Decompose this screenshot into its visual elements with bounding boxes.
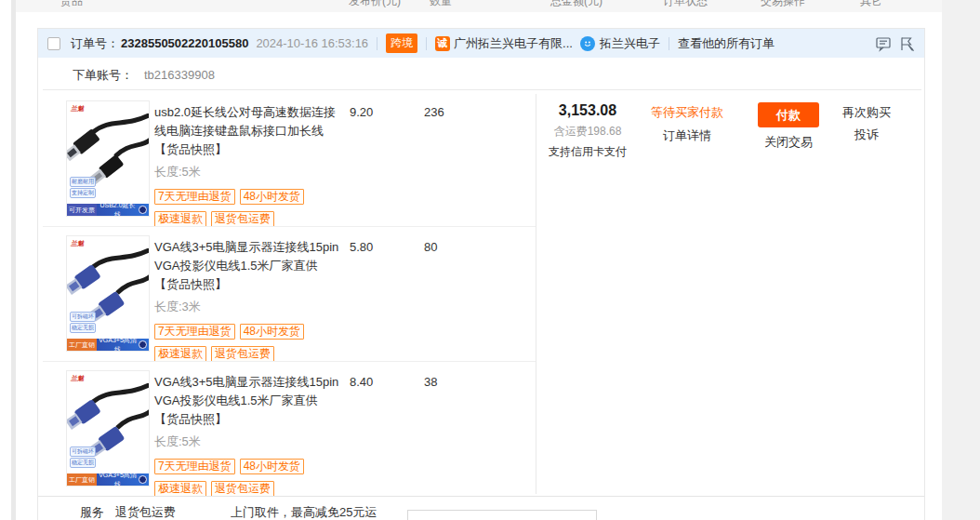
order-card: 订单号： 2328550502220105580 2024-10-16 16:5… bbox=[37, 28, 925, 520]
column-header-qty: 数量 bbox=[430, 0, 452, 9]
other-column: 再次购买 投诉 bbox=[839, 104, 894, 143]
product-title[interactable]: VGA线3+5电脑显示器连接线15pin VGA投影仪电线1.5米厂家直供 【货… bbox=[154, 238, 340, 294]
product-row: 兰魅 可拆磁环 稳定无损 bbox=[38, 370, 536, 500]
image-banner-badge-icon bbox=[139, 475, 147, 484]
product-image[interactable]: 兰魅 可拆磁环 稳定无损 bbox=[66, 370, 150, 487]
service-tag: 极速退款 bbox=[154, 481, 206, 497]
left-scrollbar-strip[interactable] bbox=[11, 0, 16, 520]
brand-logo: 兰魅 bbox=[71, 239, 84, 248]
divider bbox=[377, 37, 377, 50]
trade-actions-column: 付款 关闭交易 bbox=[755, 102, 822, 151]
divider bbox=[43, 361, 536, 362]
column-divider bbox=[536, 94, 536, 494]
order-number: 2328550502220105580 bbox=[121, 36, 248, 50]
image-banner-main: VGA3+5高清线 bbox=[97, 339, 139, 351]
product-title[interactable]: VGA线3+5电脑显示器连接线15pin VGA投影仪电线1.5米厂家直供 【货… bbox=[154, 373, 340, 429]
order-management-page: 货品 发布价(元) 数量 总金额(元) 订单状态 交易操作 其它 订单号： 23… bbox=[0, 0, 980, 520]
product-quantity: 38 bbox=[424, 375, 437, 389]
divider bbox=[43, 89, 921, 90]
column-header-price: 发布价(元) bbox=[349, 0, 401, 9]
image-side-label: 可拆磁环 bbox=[70, 447, 96, 457]
service-pickup: 上门取件，最高减免25元运 bbox=[231, 504, 377, 520]
order-status-column: 等待买家付款 订单详情 bbox=[647, 104, 727, 144]
service-tag: 退货包运费 bbox=[211, 481, 274, 497]
wangwang-icon[interactable] bbox=[580, 36, 595, 51]
buyer-account-value: tb216339908 bbox=[144, 68, 215, 82]
order-total-column: 3,153.08 含运费198.68 支持信用卡支付 bbox=[543, 102, 632, 160]
service-label: 服务 bbox=[80, 504, 104, 520]
divider bbox=[38, 496, 924, 497]
order-header-band: 订单号： 2328550502220105580 2024-10-16 16:5… bbox=[38, 29, 924, 58]
brand-logo: 兰魅 bbox=[71, 374, 84, 383]
order-number-label: 订单号： bbox=[71, 35, 119, 52]
chengxintong-icon: 诚 bbox=[435, 36, 450, 51]
buyer-account-row: 下单账号：tb216339908 bbox=[73, 67, 215, 84]
product-row: 兰魅 可拆磁环 稳定无损 bbox=[38, 235, 536, 366]
image-side-label: 可拆磁环 bbox=[70, 312, 96, 322]
image-banner-main: USB2.0延长线 bbox=[97, 204, 139, 216]
image-side-label: 支持定制 bbox=[70, 188, 96, 198]
snapshot-link[interactable]: 【货品快照】 bbox=[154, 142, 227, 156]
column-header-actions: 交易操作 bbox=[761, 0, 805, 9]
table-header: 货品 发布价(元) 数量 总金额(元) 订单状态 交易操作 其它 bbox=[16, 0, 942, 12]
service-return-shipping: 退货包运费 bbox=[115, 504, 176, 520]
pay-button[interactable]: 付款 bbox=[758, 102, 819, 127]
snapshot-link[interactable]: 【货品快照】 bbox=[154, 277, 227, 291]
product-title[interactable]: usb2.0延长线公对母高速数据连接线电脑连接键盘鼠标接口加长线 【货品快照】 bbox=[154, 103, 340, 159]
service-tag: 48小时发货 bbox=[240, 459, 304, 474]
order-detail-link[interactable]: 订单详情 bbox=[647, 127, 727, 144]
service-tag: 7天无理由退货 bbox=[154, 324, 235, 340]
product-price: 8.40 bbox=[350, 375, 373, 389]
service-tag: 极速退款 bbox=[154, 346, 206, 362]
product-row: 兰魅 耐磨耐用 支持定制 bbox=[38, 100, 536, 231]
status-badge: 等待买家付款 bbox=[647, 104, 727, 121]
seller-nick-link[interactable]: 拓兰兴电子 bbox=[600, 35, 660, 52]
order-checkbox[interactable] bbox=[47, 37, 60, 50]
seller-company-link[interactable]: 广州拓兰兴电子有限... bbox=[454, 35, 573, 52]
buy-again-link[interactable]: 再次购买 bbox=[839, 104, 894, 121]
shipping-fee-note: 含运费198.68 bbox=[543, 124, 632, 140]
column-header-total: 总金额(元) bbox=[550, 0, 603, 9]
image-banner: 可开发票 USB2.0延长线 bbox=[67, 204, 149, 216]
service-tag: 48小时发货 bbox=[240, 189, 304, 205]
cross-border-badge: 跨境 bbox=[386, 33, 417, 53]
product-price: 5.80 bbox=[350, 240, 373, 254]
service-tag: 退货包运费 bbox=[211, 346, 274, 362]
service-tag: 7天无理由退货 bbox=[154, 189, 235, 205]
memo-comment-icon[interactable] bbox=[875, 35, 892, 52]
product-spec: 长度:5米 bbox=[154, 433, 340, 450]
service-tag: 7天无理由退货 bbox=[154, 459, 235, 474]
brand-logo: 兰魅 bbox=[71, 104, 84, 113]
product-image[interactable]: 兰魅 可拆磁环 稳定无损 bbox=[66, 235, 150, 352]
image-side-label: 稳定无损 bbox=[70, 458, 96, 468]
service-tag: 退货包运费 bbox=[211, 211, 274, 227]
service-tags: 7天无理由退货48小时发货极速退款退货包运费 bbox=[154, 187, 331, 232]
image-banner-left: 工厂直销 bbox=[67, 473, 97, 486]
flag-edit-icon[interactable] bbox=[898, 35, 915, 52]
order-time: 2024-10-16 16:53:16 bbox=[256, 36, 368, 50]
image-banner: 工厂直销 VGA3+5高清线 bbox=[67, 473, 149, 486]
product-price: 9.20 bbox=[350, 105, 373, 119]
column-header-other: 其它 bbox=[860, 0, 882, 9]
page-right-gutter bbox=[942, 0, 980, 520]
column-header-status: 订单状态 bbox=[663, 0, 708, 9]
image-banner: 工厂直销 VGA3+5高清线 bbox=[67, 339, 149, 351]
buyer-account-label: 下单账号： bbox=[73, 68, 133, 82]
popup-box bbox=[407, 510, 597, 520]
service-tag: 极速退款 bbox=[154, 211, 206, 227]
close-trade-link[interactable]: 关闭交易 bbox=[755, 134, 822, 151]
image-side-label: 耐磨耐用 bbox=[70, 177, 96, 187]
column-header-goods: 货品 bbox=[60, 0, 83, 9]
service-tags: 7天无理由退货48小时发货极速退款退货包运费 bbox=[154, 322, 331, 367]
snapshot-link[interactable]: 【货品快照】 bbox=[154, 412, 227, 426]
service-tags: 7天无理由退货48小时发货极速退款退货包运费 bbox=[154, 457, 331, 501]
credit-card-note: 支持信用卡支付 bbox=[543, 144, 632, 160]
product-quantity: 80 bbox=[424, 240, 437, 254]
image-banner-left: 可开发票 bbox=[67, 204, 97, 216]
image-banner-badge-icon bbox=[139, 206, 147, 214]
divider bbox=[43, 226, 536, 227]
view-all-orders-link[interactable]: 查看他的所有订单 bbox=[678, 35, 775, 52]
order-total-amount: 3,153.08 bbox=[543, 102, 632, 119]
product-image[interactable]: 兰魅 耐磨耐用 支持定制 bbox=[66, 100, 150, 217]
complaint-link[interactable]: 投诉 bbox=[839, 127, 894, 143]
